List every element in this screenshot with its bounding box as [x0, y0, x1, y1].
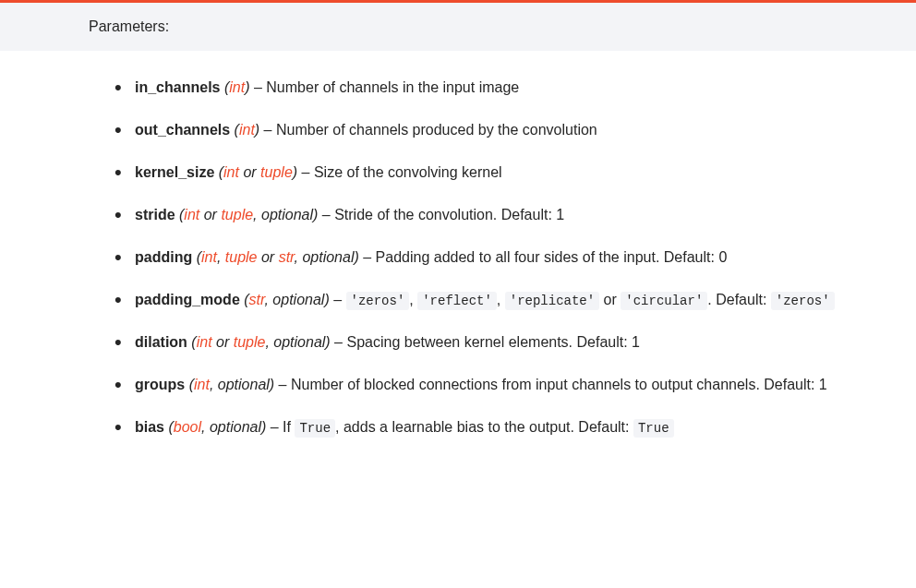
param-typespec: (int, optional)	[189, 377, 275, 392]
type-optional: optional	[272, 292, 324, 307]
param-typespec: (int or tuple, optional)	[179, 207, 318, 222]
param-name: padding_mode	[135, 292, 240, 307]
params-header-title: Parameters:	[89, 18, 169, 34]
type-link[interactable]: tuple	[221, 207, 253, 222]
type-link[interactable]: tuple	[234, 334, 266, 350]
param-desc: Padding added to all four sides of the i…	[376, 249, 728, 265]
param-name: kernel_size	[135, 164, 214, 180]
code-literal: 'zeros'	[771, 292, 835, 310]
param-name: in_channels	[135, 79, 220, 95]
type-link[interactable]: int	[184, 207, 199, 222]
param-item: padding_mode (str, optional) – 'zeros', …	[114, 285, 864, 315]
code-literal: True	[295, 419, 335, 438]
param-typespec: (int)	[224, 79, 250, 95]
code-literal: 'zeros'	[346, 292, 410, 310]
type-link[interactable]: bool	[174, 419, 201, 435]
params-list-container: in_channels (int) – Number of channels i…	[0, 51, 916, 477]
param-typespec: (int or tuple)	[219, 164, 297, 180]
type-optional: optional	[210, 419, 261, 435]
type-link[interactable]: int	[239, 122, 255, 138]
param-typespec: (int, tuple or str, optional)	[197, 249, 359, 265]
type-link[interactable]: int	[201, 249, 217, 265]
param-desc: Number of channels produced by the convo…	[276, 122, 597, 138]
code-literal: True	[633, 419, 674, 438]
param-desc: Size of the convolving kernel	[314, 164, 502, 180]
param-desc: Spacing between kernel elements. Default…	[346, 334, 640, 350]
param-item: stride (int or tuple, optional) – Stride…	[114, 200, 864, 230]
param-typespec: (bool, optional)	[168, 419, 266, 435]
type-optional: optional	[261, 207, 313, 222]
param-item: kernel_size (int or tuple) – Size of the…	[114, 158, 864, 187]
param-name: out_channels	[135, 122, 230, 138]
param-name: groups	[135, 377, 185, 392]
params-list: in_channels (int) – Number of channels i…	[89, 73, 864, 442]
param-desc: Stride of the convolution. Default: 1	[334, 207, 564, 222]
param-name: padding	[135, 249, 192, 265]
param-name: dilation	[135, 334, 187, 350]
param-item: padding (int, tuple or str, optional) – …	[114, 243, 864, 272]
param-item: bias (bool, optional) – If True, adds a …	[114, 413, 864, 442]
type-optional: optional	[302, 249, 354, 265]
code-literal: 'circular'	[621, 292, 707, 310]
type-link[interactable]: str	[249, 292, 265, 307]
param-typespec: (str, optional)	[244, 292, 329, 307]
params-header: Parameters:	[0, 3, 916, 51]
code-literal: 'reflect'	[417, 292, 497, 310]
param-item: in_channels (int) – Number of channels i…	[114, 73, 864, 102]
param-typespec: (int or tuple, optional)	[191, 334, 330, 350]
param-name: stride	[135, 207, 175, 222]
param-item: groups (int, optional) – Number of block…	[114, 370, 864, 400]
type-optional: optional	[218, 377, 270, 392]
param-desc: Number of channels in the input image	[266, 79, 519, 95]
param-desc: Number of blocked connections from input…	[291, 377, 827, 392]
param-typespec: (int)	[235, 122, 260, 138]
code-literal: 'replicate'	[505, 292, 599, 310]
param-desc: 'zeros', 'reflect', 'replicate' or 'circ…	[346, 292, 835, 307]
type-link[interactable]: tuple	[260, 164, 293, 180]
type-link[interactable]: int	[229, 79, 245, 95]
param-name: bias	[135, 419, 164, 435]
type-link[interactable]: str	[279, 249, 295, 265]
type-link[interactable]: int	[197, 334, 212, 350]
type-link[interactable]: int	[194, 377, 210, 392]
param-item: dilation (int or tuple, optional) – Spac…	[114, 328, 864, 357]
type-link[interactable]: int	[223, 164, 239, 180]
type-optional: optional	[273, 334, 325, 350]
param-item: out_channels (int) – Number of channels …	[114, 115, 864, 145]
type-link[interactable]: tuple	[225, 249, 258, 265]
param-desc: If True, adds a learnable bias to the ou…	[283, 419, 673, 435]
